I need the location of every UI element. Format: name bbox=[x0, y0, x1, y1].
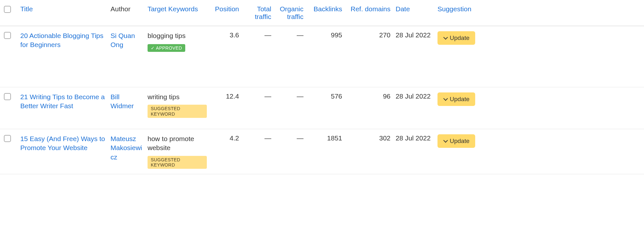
ref-domains-value: 96 bbox=[383, 92, 390, 100]
row-checkbox[interactable] bbox=[4, 32, 11, 39]
update-button-label: Update bbox=[450, 138, 469, 145]
date-value: 28 Jul 2022 bbox=[396, 31, 431, 39]
keyword-text: how to promote website bbox=[148, 134, 207, 153]
backlinks-value: 1851 bbox=[327, 134, 342, 142]
keyword-text: writing tips bbox=[148, 92, 207, 101]
title-link[interactable]: 21 Writing Tips to Become a Better Write… bbox=[20, 92, 105, 111]
update-button[interactable]: Update bbox=[437, 92, 475, 106]
update-button-label: Update bbox=[450, 96, 469, 103]
col-ref-domains[interactable]: Ref. domains bbox=[345, 5, 393, 13]
row-checkbox[interactable] bbox=[4, 135, 11, 142]
badge-suggested-keyword: SUGGESTED KEYWORD bbox=[148, 156, 207, 169]
backlinks-value: 995 bbox=[331, 31, 342, 39]
author-link[interactable]: Mateusz Makosiewicz bbox=[111, 134, 142, 162]
backlinks-value: 576 bbox=[331, 92, 342, 100]
keyword-text: blogging tips bbox=[148, 31, 207, 40]
title-link[interactable]: 20 Actionable Blogging Tips for Beginner… bbox=[20, 31, 105, 50]
table-header-row: Title Author Target Keywords Position To… bbox=[0, 0, 644, 26]
update-button[interactable]: Update bbox=[437, 134, 475, 148]
row-checkbox[interactable] bbox=[4, 93, 11, 100]
col-organic-traffic[interactable]: Organic traffic bbox=[274, 5, 306, 21]
total-traffic-value: — bbox=[264, 31, 271, 39]
update-button[interactable]: Update bbox=[437, 31, 475, 45]
col-author: Author bbox=[108, 5, 145, 13]
ref-domains-value: 270 bbox=[379, 31, 390, 39]
position-value: 3.6 bbox=[230, 31, 239, 39]
table-row: 15 Easy (And Free) Ways to Promote Your … bbox=[0, 129, 644, 174]
col-position[interactable]: Position bbox=[209, 5, 242, 13]
position-value: 4.2 bbox=[230, 134, 239, 142]
author-link[interactable]: Si Quan Ong bbox=[111, 31, 142, 50]
date-value: 28 Jul 2022 bbox=[396, 134, 431, 142]
badge-suggested-keyword: SUGGESTED KEYWORD bbox=[148, 105, 207, 118]
col-title[interactable]: Title bbox=[18, 5, 108, 13]
chevron-down-icon bbox=[443, 138, 448, 143]
select-all-checkbox[interactable] bbox=[4, 6, 11, 13]
organic-traffic-value: — bbox=[297, 92, 303, 100]
badge-approved: APPROVED bbox=[148, 44, 185, 52]
col-target-keywords[interactable]: Target Keywords bbox=[145, 5, 209, 13]
update-button-label: Update bbox=[450, 34, 469, 42]
content-table: Title Author Target Keywords Position To… bbox=[0, 0, 644, 174]
organic-traffic-value: — bbox=[297, 31, 303, 39]
title-link[interactable]: 15 Easy (And Free) Ways to Promote Your … bbox=[20, 134, 105, 153]
position-value: 12.4 bbox=[226, 92, 239, 100]
organic-traffic-value: — bbox=[297, 134, 303, 142]
col-suggestion[interactable]: Suggestion bbox=[435, 5, 485, 13]
col-date[interactable]: Date bbox=[393, 5, 435, 13]
table-row: 21 Writing Tips to Become a Better Write… bbox=[0, 87, 644, 129]
chevron-down-icon bbox=[443, 35, 448, 40]
col-backlinks[interactable]: Backlinks bbox=[306, 5, 345, 13]
author-link[interactable]: Bill Widmer bbox=[111, 92, 142, 111]
date-value: 28 Jul 2022 bbox=[396, 92, 431, 100]
total-traffic-value: — bbox=[264, 92, 271, 100]
chevron-down-icon bbox=[443, 96, 448, 101]
total-traffic-value: — bbox=[264, 134, 271, 142]
ref-domains-value: 302 bbox=[379, 134, 390, 142]
col-total-traffic[interactable]: Total traffic bbox=[242, 5, 274, 21]
table-row: 20 Actionable Blogging Tips for Beginner… bbox=[0, 26, 644, 87]
